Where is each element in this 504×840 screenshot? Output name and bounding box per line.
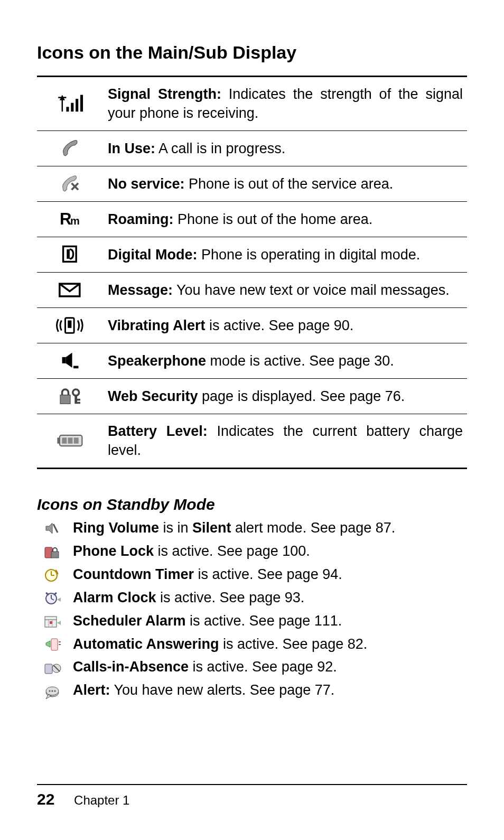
icon-term: Signal Strength: [108, 86, 221, 102]
scheduler-icon [42, 612, 63, 629]
icon-term: Message: [108, 282, 173, 298]
icon-term: In Use: [108, 141, 155, 156]
standby-item: Countdown Timer is active. See page 94. [42, 566, 467, 583]
standby-text: Calls-in-Absence is active. See page 92. [73, 659, 337, 675]
message-icon [37, 272, 104, 307]
icon-description: Speakerphone mode is active. See page 30… [104, 343, 467, 378]
standby-item: Alarm Clock is active. See page 93. [42, 589, 467, 606]
standby-term: Phone Lock [73, 543, 154, 559]
icon-term: Vibrating Alert [108, 318, 206, 333]
icon-description: Vibrating Alert is active. See page 90. [104, 307, 467, 343]
icon-description: No service: Phone is out of the service … [104, 166, 467, 201]
alarm-icon [42, 589, 63, 606]
icon-row: Signal Strength: Indicates the strength … [37, 77, 467, 131]
vibrate-icon [37, 307, 104, 343]
standby-text: Alert: You have new alerts. See page 77. [73, 682, 334, 698]
icon-term: Battery Level: [108, 423, 208, 439]
icon-description: Roaming: Phone is out of the home area. [104, 201, 467, 237]
icon-description: In Use: A call is in progress. [104, 130, 467, 166]
standby-text: Scheduler Alarm is active. See page 111. [73, 613, 342, 629]
speaker-icon [37, 343, 104, 378]
icon-definition: You have new text or voice mail messages… [173, 282, 450, 298]
standby-term: Automatic Answering [73, 636, 219, 652]
icon-table: Signal Strength: Indicates the strength … [37, 76, 467, 469]
manual-page: Icons on the Main/Sub Display Signal Str… [0, 0, 504, 840]
icon-term: Digital Mode: [108, 247, 198, 263]
inuse-icon [37, 130, 104, 166]
icon-definition: A call is in progress. [155, 141, 285, 156]
standby-term: Countdown Timer [73, 566, 194, 582]
standby-text: Countdown Timer is active. See page 94. [73, 566, 342, 583]
standby-item: Phone Lock is active. See page 100. [42, 543, 467, 560]
standby-text: Ring Volume is in Silent alert mode. See… [73, 520, 395, 536]
page-number: 22 [37, 790, 54, 808]
digital-icon [37, 237, 104, 272]
icon-row: Speakerphone mode is active. See page 30… [37, 343, 467, 378]
signal-icon [37, 77, 104, 131]
standby-item: Alert: You have new alerts. See page 77. [42, 682, 467, 699]
standby-item: Scheduler Alarm is active. See page 111. [42, 612, 467, 629]
standby-term: Ring Volume [73, 520, 159, 536]
icon-row: Message: You have new text or voice mail… [37, 272, 467, 307]
absence-icon [42, 659, 63, 676]
icon-description: Web Security page is displayed. See page… [104, 378, 467, 414]
chapter-label: Chapter 1 [74, 793, 129, 807]
icon-description: Signal Strength: Indicates the strength … [104, 77, 467, 131]
ringvol-icon [42, 520, 63, 537]
standby-term: Alert: [73, 682, 110, 698]
standby-term: Scheduler Alarm [73, 613, 186, 629]
standby-text: Automatic Answering is active. See page … [73, 636, 367, 652]
icon-definition: Phone is operating in digital mode. [198, 247, 421, 263]
standby-item: Automatic Answering is active. See page … [42, 636, 467, 652]
icon-term: Roaming: [108, 211, 174, 227]
timer-icon [42, 566, 63, 583]
standby-text: Phone Lock is active. See page 100. [73, 543, 310, 559]
icon-definition: is active. See page 90. [206, 318, 354, 333]
icon-row: Web Security page is displayed. See page… [37, 378, 467, 414]
standby-term: Alarm Clock [73, 590, 156, 605]
websec-icon [37, 378, 104, 414]
page-footer: 22 Chapter 1 [37, 784, 467, 808]
icon-row: Digital Mode: Phone is operating in digi… [37, 237, 467, 272]
autoans-icon [42, 636, 63, 652]
standby-subtitle: Icons on Standby Mode [37, 496, 467, 514]
icon-row: Vibrating Alert is active. See page 90. [37, 307, 467, 343]
icon-row: No service: Phone is out of the service … [37, 166, 467, 201]
icon-definition: page is displayed. See page 76. [198, 388, 405, 404]
icon-description: Digital Mode: Phone is operating in digi… [104, 237, 467, 272]
phonelock-icon [42, 543, 63, 560]
icon-row: Roaming: Phone is out of the home area. [37, 201, 467, 237]
noservice-icon [37, 166, 104, 201]
icon-description: Battery Level: Indicates the current bat… [104, 414, 467, 468]
section-title: Icons on the Main/Sub Display [37, 42, 467, 63]
standby-item: Calls-in-Absence is active. See page 92. [42, 659, 467, 676]
icon-term: Web Security [108, 388, 198, 404]
icon-description: Message: You have new text or voice mail… [104, 272, 467, 307]
icon-term: Speakerphone [108, 353, 206, 369]
icon-definition: Phone is out of the service area. [185, 176, 394, 192]
alert-icon [42, 682, 63, 699]
icon-definition: mode is active. See page 30. [206, 353, 394, 369]
icon-definition: Phone is out of the home area. [174, 211, 373, 227]
battery-icon [37, 414, 104, 468]
standby-term: Calls-in-Absence [73, 659, 189, 675]
icon-row: Battery Level: Indicates the current bat… [37, 414, 467, 468]
standby-item: Ring Volume is in Silent alert mode. See… [42, 520, 467, 537]
roaming-icon [37, 201, 104, 237]
standby-list: Ring Volume is in Silent alert mode. See… [37, 520, 467, 699]
icon-row: In Use: A call is in progress. [37, 130, 467, 166]
icon-term: No service: [108, 176, 185, 192]
standby-text: Alarm Clock is active. See page 93. [73, 590, 304, 606]
